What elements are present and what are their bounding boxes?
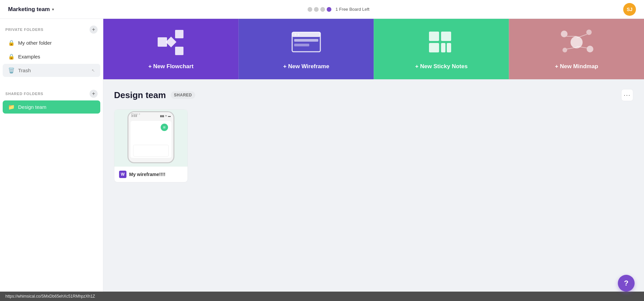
sidebar-label-my-other-folder: My other folder xyxy=(18,40,52,46)
phone-content: ⊞ xyxy=(130,121,171,158)
wireframe-icon-area xyxy=(239,19,374,66)
avatar[interactable]: SJ xyxy=(623,3,636,16)
sidebar-label-trash: Trash xyxy=(18,68,31,73)
sidebar-item-design-team[interactable]: 📁 Design team xyxy=(3,100,100,114)
chevron-down-icon[interactable]: ▾ xyxy=(52,7,54,12)
new-wireframe-label: + New Wireframe xyxy=(283,63,329,70)
sidebar-item-examples[interactable]: 🔒 Examples xyxy=(3,50,100,63)
sidebar-item-my-other-folder[interactable]: 🔒 My other folder xyxy=(3,36,100,49)
wireframe-svg xyxy=(289,29,323,56)
new-wireframe-card[interactable]: + New Wireframe xyxy=(238,19,374,79)
plan-dot-4 xyxy=(327,7,331,12)
add-private-folder-button[interactable]: + xyxy=(90,26,98,34)
svg-rect-6 xyxy=(294,39,318,42)
phone-mockup: Phone X 3:03 ▮▮▮ ≋ ▬ xyxy=(127,111,174,165)
svg-rect-0 xyxy=(158,37,167,47)
new-flowchart-card[interactable]: + New Flowchart xyxy=(103,19,238,79)
mindmap-svg xyxy=(558,27,595,57)
new-mindmap-card[interactable]: + New Mindmap xyxy=(509,19,644,79)
board-thumbnail: Phone X 3:03 ▮▮▮ ≋ ▬ xyxy=(114,110,187,167)
svg-point-8 xyxy=(294,34,297,36)
boards-grid: Phone X 3:03 ▮▮▮ ≋ ▬ xyxy=(114,109,633,182)
svg-marker-3 xyxy=(166,37,176,47)
svg-line-21 xyxy=(577,34,587,38)
mindmap-icon-area xyxy=(509,19,644,66)
plan-dot-1 xyxy=(308,7,312,12)
svg-line-23 xyxy=(567,47,577,49)
board-card-wireframe[interactable]: Phone X 3:03 ▮▮▮ ≋ ▬ xyxy=(114,109,188,182)
new-sticky-label: + New Sticky Notes xyxy=(415,63,468,70)
more-options-button[interactable]: ··· xyxy=(621,89,633,101)
sticky-icon-area xyxy=(374,19,509,66)
phone-label: Phone X xyxy=(131,113,140,115)
topbar-right: SJ xyxy=(623,3,636,16)
board-name: My wireframe!!!! xyxy=(129,172,165,177)
new-sticky-card[interactable]: + New Sticky Notes xyxy=(374,19,509,79)
flowchart-icon-area xyxy=(103,19,238,66)
svg-rect-7 xyxy=(294,44,309,46)
new-flowchart-label: + New Flowchart xyxy=(148,63,194,70)
layout: PRIVATE FOLDERS + 🔒 My other folder 🔒 Ex… xyxy=(0,19,644,292)
status-bar: https://whimsical.co/SMxDb65ehXc51RMhpzX… xyxy=(0,292,644,301)
plan-dots xyxy=(308,7,331,12)
help-icon: ? xyxy=(624,279,628,288)
board-type-icon: W xyxy=(119,171,126,178)
sidebar-label-examples: Examples xyxy=(18,54,40,59)
folder-header: Design team SHARED ··· xyxy=(114,89,633,101)
wifi-icon: ≋ xyxy=(165,115,167,117)
svg-rect-1 xyxy=(175,30,183,38)
topbar: Marketing team ▾ 1 Free Board Left SJ xyxy=(0,0,644,19)
main-content: + New Flowchart xyxy=(103,19,644,292)
private-folders-header: PRIVATE FOLDERS + xyxy=(0,19,103,36)
plan-dot-2 xyxy=(314,7,319,12)
folder-title-row: Design team SHARED xyxy=(114,90,195,100)
flowchart-svg xyxy=(154,27,188,57)
folder-title: Design team xyxy=(114,90,166,100)
plan-indicator: 1 Free Board Left xyxy=(308,7,369,12)
battery-icon: ▬ xyxy=(168,115,171,118)
topbar-left: Marketing team ▾ xyxy=(8,6,54,13)
add-shared-folder-button[interactable]: + xyxy=(90,90,98,98)
green-button-icon: ⊞ xyxy=(161,124,168,131)
sidebar-label-design-team: Design team xyxy=(18,104,46,110)
svg-rect-12 xyxy=(429,43,439,52)
sidebar-item-trash[interactable]: 🗑️ Trash ↖ xyxy=(3,64,100,77)
sticky-svg xyxy=(426,29,457,56)
plan-dot-3 xyxy=(320,7,325,12)
svg-rect-13 xyxy=(441,43,445,52)
help-button[interactable]: ? xyxy=(618,275,635,292)
svg-point-19 xyxy=(562,48,567,52)
phone-content-box xyxy=(133,145,169,157)
svg-point-17 xyxy=(586,30,592,35)
signal-icon: ▮▮▮ xyxy=(160,115,164,118)
lock-icon-1: 🔒 xyxy=(8,40,15,46)
svg-rect-2 xyxy=(175,47,183,55)
svg-point-9 xyxy=(298,34,300,36)
board-type-letter: W xyxy=(121,172,124,177)
svg-rect-10 xyxy=(429,32,439,41)
plan-text: 1 Free Board Left xyxy=(335,7,369,12)
new-mindmap-label: + New Mindmap xyxy=(555,63,598,70)
shared-folders-title: SHARED FOLDERS xyxy=(5,92,43,96)
new-boards-row: + New Flowchart xyxy=(103,19,644,80)
private-folders-title: PRIVATE FOLDERS xyxy=(5,28,44,32)
phone-outer: Phone X 3:03 ▮▮▮ ≋ ▬ xyxy=(127,111,174,163)
status-url: https://whimsical.co/SMxDb65ehXc51RMhpzX… xyxy=(5,294,95,299)
sidebar: PRIVATE FOLDERS + 🔒 My other folder 🔒 Ex… xyxy=(0,19,103,292)
cursor-indicator: ↖ xyxy=(92,68,95,73)
shared-badge: SHARED xyxy=(171,91,196,99)
shared-folders-header: SHARED FOLDERS + xyxy=(0,83,103,100)
team-name[interactable]: Marketing team xyxy=(8,6,50,13)
content-area: Design team SHARED ··· Phone X 3:03 xyxy=(103,80,644,192)
svg-rect-14 xyxy=(447,43,451,52)
board-footer: W My wireframe!!!! xyxy=(114,167,187,182)
folder-icon: 📁 xyxy=(8,104,15,110)
phone-status-icons: ▮▮▮ ≋ ▬ xyxy=(160,115,171,118)
trash-icon: 🗑️ xyxy=(8,67,15,74)
lock-icon-2: 🔒 xyxy=(8,53,15,60)
svg-rect-11 xyxy=(441,32,451,41)
svg-point-18 xyxy=(587,46,593,52)
